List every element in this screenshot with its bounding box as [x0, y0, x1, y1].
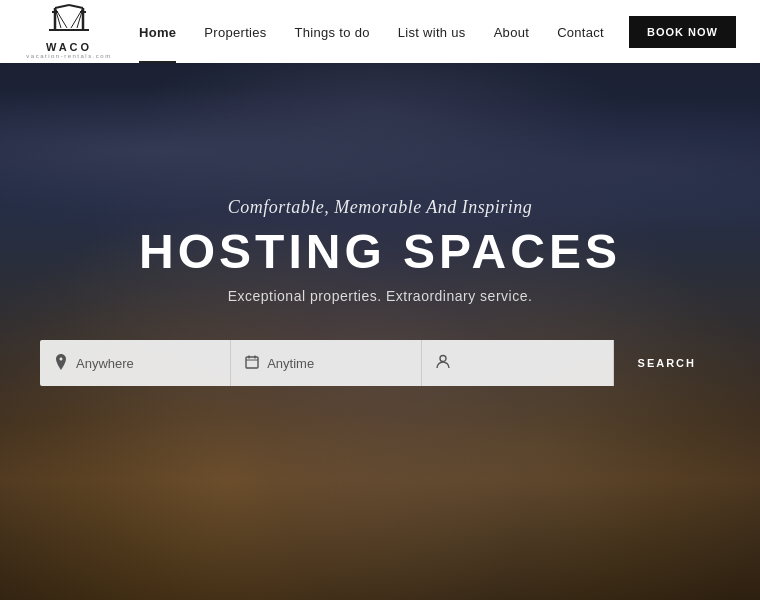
book-now-button[interactable]: BOOK NOW — [629, 16, 736, 48]
svg-point-15 — [440, 356, 446, 362]
logo-icon — [47, 4, 91, 40]
location-field[interactable] — [40, 340, 231, 386]
hero-tagline: Comfortable, Memorable And Inspiring — [228, 197, 533, 218]
nav-links: Home Properties Things to do List with u… — [139, 23, 604, 41]
guests-field[interactable]: 1 — [422, 340, 613, 386]
svg-line-7 — [55, 8, 67, 28]
nav-link-list-with-us[interactable]: List with us — [398, 25, 466, 40]
nav-item-contact[interactable]: Contact — [557, 23, 604, 41]
nav-link-home[interactable]: Home — [139, 25, 176, 40]
nav-item-list-with-us[interactable]: List with us — [398, 23, 466, 41]
nav-item-things-to-do[interactable]: Things to do — [295, 23, 370, 41]
search-bar: 1 SEARCH — [40, 340, 720, 386]
nav-item-properties[interactable]: Properties — [204, 23, 266, 41]
nav-link-about[interactable]: About — [494, 25, 529, 40]
nav-item-about[interactable]: About — [494, 23, 529, 41]
svg-line-5 — [69, 5, 83, 8]
hero-content: Comfortable, Memorable And Inspiring HOS… — [0, 63, 760, 600]
nav-link-contact[interactable]: Contact — [557, 25, 604, 40]
location-input[interactable] — [76, 356, 216, 371]
nav-link-properties[interactable]: Properties — [204, 25, 266, 40]
svg-rect-11 — [246, 357, 258, 368]
nav-item-home[interactable]: Home — [139, 23, 176, 41]
date-input[interactable] — [267, 356, 407, 371]
brand-sub: vacation-rentals.com — [26, 53, 111, 59]
logo[interactable]: WACO vacation-rentals.com — [24, 4, 114, 59]
hero-subtitle: Exceptional properties. Extraordinary se… — [228, 288, 533, 304]
calendar-icon — [245, 355, 259, 372]
brand-name: WACO — [46, 41, 92, 53]
search-button[interactable]: SEARCH — [614, 340, 720, 386]
date-field[interactable] — [231, 340, 422, 386]
svg-line-4 — [55, 5, 69, 8]
guests-input[interactable]: 1 — [458, 356, 598, 371]
hero-title: HOSTING SPACES — [139, 228, 621, 276]
navbar: WACO vacation-rentals.com Home Propertie… — [0, 0, 760, 63]
guest-icon — [436, 354, 450, 372]
svg-line-9 — [71, 8, 83, 28]
nav-link-things-to-do[interactable]: Things to do — [295, 25, 370, 40]
location-icon — [54, 354, 68, 373]
